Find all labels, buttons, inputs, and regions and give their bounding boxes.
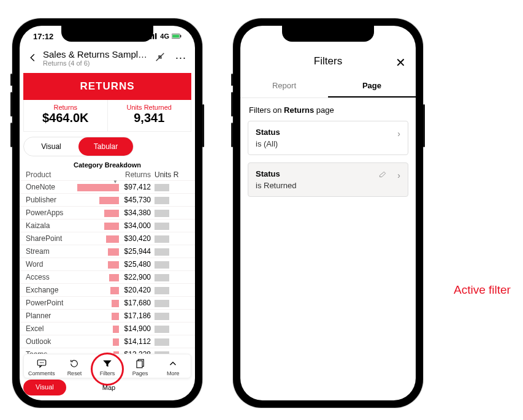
toolbar-more[interactable]: More [158,358,188,376]
active-filter-callout: Active filter [454,283,511,297]
filters-section-title: Filters on Returns page [240,98,416,121]
table-row[interactable]: PowerApps$34,380 [20,206,195,219]
table-row[interactable]: Word$25,480 [20,258,195,270]
cell-product: SharePoint [23,234,76,243]
cell-product: Word [23,260,76,269]
toolbar-filters-label: Filters [100,370,115,376]
cell-units [155,286,191,294]
filter-card-status-returned[interactable]: Status is Returned › [248,162,408,197]
cell-units [155,183,191,191]
table-row[interactable]: Exchange$20,420 [20,283,195,296]
col-units[interactable]: Units R [155,170,191,179]
table-row[interactable]: Stream$25,944 [20,245,195,258]
cell-returns: $17,186 [76,311,155,320]
status-network: 4G [160,32,169,40]
filter-card-value: is (All) [256,139,400,148]
returns-bar [99,197,119,204]
toolbar-more-label: More [167,370,180,376]
units-bar [155,274,169,281]
units-bar [155,326,169,333]
cell-returns: $97,412 [76,183,155,191]
chevron-up-icon [167,358,178,369]
cell-returns: $14,900 [76,324,155,333]
toolbar-pages[interactable]: Pages [125,358,156,376]
filter-card-status-all[interactable]: Status is (All) › [248,121,408,155]
view-toggle: Visual Tabular [23,137,134,156]
table-row[interactable]: PowerPoint$17,680 [20,296,195,309]
returns-bar [110,287,119,294]
units-bar [155,235,169,243]
units-bar [155,210,169,217]
units-bar [155,300,169,307]
status-time: 17:12 [33,32,53,41]
returns-bar [112,300,119,307]
table-header: Product Returns ▼ Units R [20,169,195,180]
col-product[interactable]: Product [23,170,76,179]
report-subtitle: Returns (4 of 6) [43,59,148,67]
units-bar [155,261,169,269]
cell-units [155,247,191,256]
toolbar-comments[interactable]: Comments [26,358,57,376]
svg-rect-12 [137,361,142,368]
toolbar-filters[interactable]: Filters [92,358,123,376]
table-row[interactable]: Publisher$45,730 [20,193,195,206]
returns-bar [106,235,119,243]
cell-units [155,221,191,230]
table-row[interactable]: Kaizala$34,000 [20,219,195,232]
cell-product: Access [23,273,76,281]
more-icon[interactable]: ··· [172,52,186,64]
toolbar-reset-label: Reset [67,370,82,376]
pill-visual[interactable]: Visual [23,380,66,395]
svg-point-8 [40,362,41,364]
cell-product: Exchange [23,286,76,294]
back-icon[interactable] [28,51,37,65]
cell-units [155,299,191,307]
table-row[interactable]: Access$22,900 [20,270,195,283]
cell-units [155,260,191,269]
table-row[interactable]: Planner$17,186 [20,309,195,322]
returns-bar [109,274,119,281]
report-title[interactable]: Sales & Returns Sampl... [43,49,148,59]
cell-units [155,273,191,281]
table-title: Category Breakdown [20,161,195,169]
toggle-visual[interactable]: Visual [24,137,78,156]
cell-returns: $25,944 [76,247,155,256]
toolbar-reset[interactable]: Reset [59,358,90,376]
filters-tabs: Report Page [240,75,416,98]
table-row[interactable]: Excel$14,900 [20,322,195,335]
cell-product: Excel [23,324,76,333]
svg-point-9 [41,362,42,364]
table-row[interactable]: Outlook$14,112 [20,335,195,348]
returns-bar [112,313,119,320]
cell-units [155,337,191,346]
cell-product: Outlook [23,337,76,346]
expand-icon[interactable] [155,52,166,65]
returns-bar [113,326,119,333]
cell-returns: $14,112 [76,337,155,346]
table-row[interactable]: SharePoint$30,420 [20,232,195,245]
close-icon[interactable]: ✕ [395,55,406,70]
bottom-toolbar: Comments Reset Filters Pages More [23,354,191,378]
cell-product: PowerApps [23,208,76,217]
battery-icon [172,32,181,40]
tab-page[interactable]: Page [328,75,416,97]
table-row[interactable]: OneNote$97,412 [20,180,195,193]
units-bar [155,184,169,191]
toggle-tabular[interactable]: Tabular [78,137,133,156]
units-bar [155,338,169,346]
pill-map[interactable]: Map [90,380,128,395]
tab-report[interactable]: Report [240,75,328,97]
cell-returns: $22,900 [76,273,155,281]
svg-rect-5 [172,35,179,38]
kpi-returns-value: $464.0K [26,111,105,125]
svg-rect-6 [180,35,181,37]
eraser-icon[interactable] [378,170,387,181]
kpi-units-label: Units Returned [110,104,189,111]
phone-right: Filters ✕ Report Page Filters on Returns… [233,18,423,408]
col-returns[interactable]: Returns ▼ [76,170,155,179]
chevron-right-icon: › [397,129,400,139]
filter-card-name: Status [256,128,400,137]
kpi-returns: Returns $464.0K [24,100,108,131]
units-bar [155,197,169,204]
returns-bar [77,184,119,191]
